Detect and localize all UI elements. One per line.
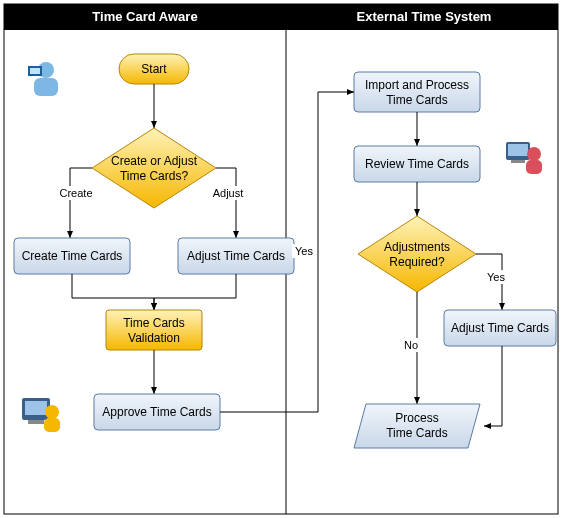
decision2-line1: Adjustments <box>384 240 450 254</box>
process-line2: Time Cards <box>386 426 448 440</box>
computer-user-icon <box>22 398 60 432</box>
edge-yes: Yes <box>295 245 313 257</box>
decision-adjustments-required <box>358 216 476 292</box>
validate-line2: Validation <box>128 331 180 345</box>
import-line2: Time Cards <box>386 93 448 107</box>
svg-rect-8 <box>25 401 47 415</box>
edge-adjust: Adjust <box>213 187 244 199</box>
svg-rect-6 <box>30 68 40 74</box>
computer-user-red-icon <box>506 142 542 174</box>
label-review: Review Time Cards <box>365 157 469 171</box>
import-line1: Import and Process <box>365 78 469 92</box>
label-approve: Approve Time Cards <box>102 405 211 419</box>
flowchart-diagram: Time Card Aware External Time System Sta… <box>0 0 562 518</box>
validate-line1: Time Cards <box>123 316 185 330</box>
edge-yes2: Yes <box>487 271 505 283</box>
decision-create-or-adjust <box>92 128 216 208</box>
decision1-line2: Time Cards? <box>120 169 189 183</box>
svg-rect-13 <box>508 144 528 156</box>
svg-rect-4 <box>34 78 58 96</box>
decision1-line1: Create or Adjust <box>111 154 198 168</box>
user-icon <box>28 62 58 96</box>
lane-right-title: External Time System <box>357 9 492 24</box>
edge-no: No <box>404 339 418 351</box>
label-adjust-tc2: Adjust Time Cards <box>451 321 549 335</box>
svg-point-15 <box>527 147 541 161</box>
svg-rect-9 <box>28 420 44 424</box>
svg-point-10 <box>45 405 59 419</box>
edge-create: Create <box>59 187 92 199</box>
label-adjust-tc: Adjust Time Cards <box>187 249 285 263</box>
process-line1: Process <box>395 411 438 425</box>
svg-rect-11 <box>44 418 60 432</box>
svg-rect-14 <box>511 160 525 163</box>
start-label: Start <box>141 62 167 76</box>
svg-rect-16 <box>526 160 542 174</box>
label-create-tc: Create Time Cards <box>22 249 123 263</box>
lane-left-title: Time Card Aware <box>92 9 197 24</box>
decision2-line2: Required? <box>389 255 445 269</box>
